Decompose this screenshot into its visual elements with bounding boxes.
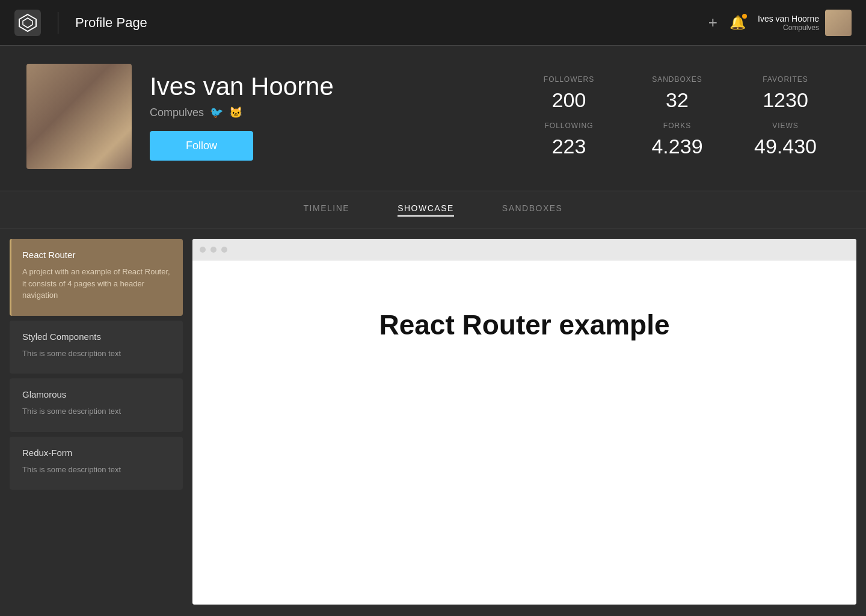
sidebar-item-desc-redux-form: This is some description text (22, 464, 172, 476)
stat-following: FOLLOWING 223 (515, 122, 623, 158)
preview-dot-3 (221, 247, 227, 253)
twitter-icon[interactable]: 🐦 (210, 106, 223, 119)
sidebar-item-desc-styled-components: This is some description text (22, 348, 172, 360)
views-value: 49.430 (731, 135, 840, 158)
profile-photo (26, 64, 132, 169)
follow-button[interactable]: Follow (150, 131, 253, 161)
sidebar-item-redux-form[interactable]: Redux-Form This is some description text (10, 437, 183, 490)
showcase-sidebar: React Router A project with an example o… (0, 229, 192, 614)
user-info: Ives van Hoorne Compulves (758, 14, 819, 32)
sidebar-item-title-react-router: React Router (22, 250, 172, 260)
tab-showcase[interactable]: SHOWCASE (398, 203, 454, 217)
nav-avatar (825, 10, 852, 36)
notification-dot (742, 14, 747, 19)
sidebar-item-desc-react-router: A project with an example of React Route… (22, 266, 172, 301)
tab-sandboxes[interactable]: SANDBOXES (502, 203, 563, 217)
preview-panel: React Router example (192, 239, 856, 605)
preview-topbar (192, 239, 856, 260)
following-label: FOLLOWING (515, 122, 623, 130)
sidebar-item-title-styled-components: Styled Components (22, 331, 172, 342)
top-navigation: Profile Page + 🔔 Ives van Hoorne Compulv… (0, 0, 866, 46)
stat-views: VIEWS 49.430 (731, 122, 840, 158)
followers-value: 200 (515, 88, 623, 112)
preview-body: React Router example (192, 260, 856, 605)
app-logo-icon (14, 10, 41, 36)
sidebar-item-react-router[interactable]: React Router A project with an example o… (10, 239, 183, 316)
nav-right-section: + 🔔 Ives van Hoorne Compulves (708, 10, 852, 36)
user-menu[interactable]: Ives van Hoorne Compulves (758, 10, 852, 36)
sidebar-item-title-redux-form: Redux-Form (22, 448, 172, 458)
following-value: 223 (515, 135, 623, 158)
forks-value: 4.239 (623, 135, 731, 158)
stat-forks: FORKS 4.239 (623, 122, 731, 158)
views-label: VIEWS (731, 122, 840, 130)
sidebar-item-glamorous[interactable]: Glamorous This is some description text (10, 378, 183, 432)
profile-handle-row: Compulves 🐦 🐱 (150, 106, 334, 119)
followers-label: FOLLOWERS (515, 75, 623, 84)
stat-sandboxes: SANDBOXES 32 (623, 75, 731, 112)
github-icon[interactable]: 🐱 (229, 106, 242, 119)
profile-info: Ives van Hoorne Compulves 🐦 🐱 Follow (150, 72, 334, 161)
favorites-value: 1230 (731, 88, 840, 112)
sandboxes-value: 32 (623, 88, 731, 112)
stat-favorites: FAVORITES 1230 (731, 75, 840, 112)
profile-stats: FOLLOWERS 200 SANDBOXES 32 FAVORITES 123… (515, 75, 840, 158)
preview-dot-2 (210, 247, 216, 253)
preview-main-title: React Router example (379, 309, 669, 341)
profile-handle: Compulves (150, 106, 204, 119)
tab-timeline[interactable]: TIMELINE (304, 203, 350, 217)
nav-user-name: Ives van Hoorne (758, 14, 819, 23)
profile-header: Ives van Hoorne Compulves 🐦 🐱 Follow FOL… (0, 46, 866, 191)
sidebar-item-styled-components[interactable]: Styled Components This is some descripti… (10, 321, 183, 374)
svg-rect-0 (14, 10, 41, 36)
stat-followers: FOLLOWERS 200 (515, 75, 623, 112)
favorites-label: FAVORITES (731, 75, 840, 84)
sidebar-item-desc-glamorous: This is some description text (22, 405, 172, 417)
nav-divider (58, 12, 58, 34)
add-button[interactable]: + (708, 13, 717, 32)
forks-label: FORKS (623, 122, 731, 130)
notifications-button[interactable]: 🔔 (729, 15, 746, 31)
sidebar-item-title-glamorous: Glamorous (22, 389, 172, 399)
logo-area[interactable]: Profile Page (14, 10, 147, 36)
preview-dot-1 (200, 247, 206, 253)
nav-user-handle: Compulves (758, 23, 819, 32)
profile-name: Ives van Hoorne (150, 72, 334, 101)
tabs-bar: TIMELINE SHOWCASE SANDBOXES (0, 191, 866, 229)
main-content: React Router A project with an example o… (0, 229, 866, 614)
page-title: Profile Page (75, 15, 147, 31)
sandboxes-label: SANDBOXES (623, 75, 731, 84)
